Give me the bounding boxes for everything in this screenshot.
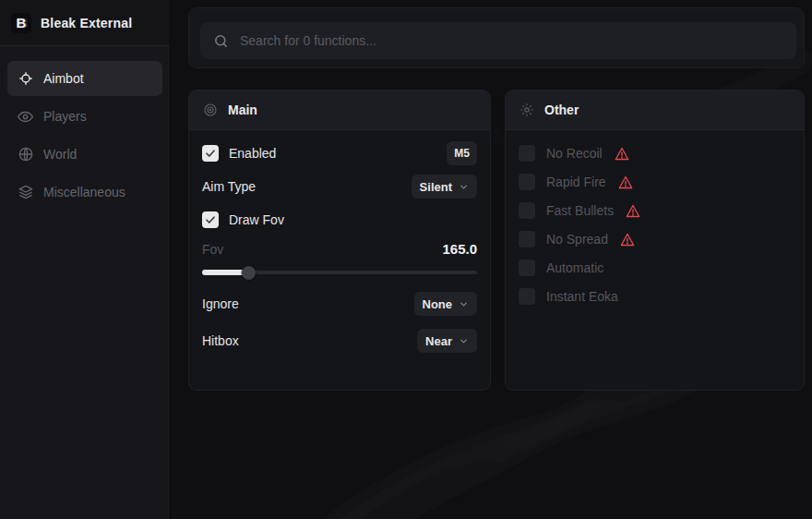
- instant-eoka-checkbox[interactable]: [519, 288, 535, 305]
- ignore-value: None: [423, 297, 453, 311]
- panel-other-body: No Recoil Rapid Fire Fast Bullets: [506, 130, 804, 324]
- sidebar-item-aimbot[interactable]: Aimbot: [7, 61, 162, 96]
- enabled-row: Enabled M5: [202, 141, 477, 165]
- keybind-button[interactable]: M5: [447, 141, 477, 165]
- hitbox-value: Near: [425, 334, 452, 348]
- ignore-label: Ignore: [202, 296, 239, 311]
- fov-row: Fov 165.0: [202, 241, 477, 257]
- fast-bullets-checkbox[interactable]: [519, 202, 535, 219]
- panels-row: Main Enabled M5 Aim Type Silent: [188, 90, 805, 391]
- sidebar-item-label: Players: [43, 109, 87, 124]
- check-icon: [205, 214, 216, 225]
- search-icon: [213, 33, 229, 49]
- warning-icon: [615, 147, 629, 161]
- automatic-label: Automatic: [546, 260, 603, 275]
- fov-slider[interactable]: [202, 266, 477, 279]
- aim-type-value: Silent: [420, 180, 452, 194]
- sidebar-item-label: World: [43, 147, 77, 162]
- fov-label: Fov: [202, 242, 223, 257]
- other-item-no-recoil: No Recoil: [519, 141, 791, 165]
- sidebar-header: B Bleak External: [0, 0, 170, 46]
- warning-icon: [618, 175, 633, 189]
- ignore-dropdown[interactable]: None: [414, 292, 478, 316]
- main-content: Main Enabled M5 Aim Type Silent: [171, 0, 812, 519]
- panel-other: Other No Recoil Rapid Fire: [505, 90, 805, 391]
- no-recoil-checkbox[interactable]: [519, 145, 535, 162]
- sidebar-item-world[interactable]: World: [7, 137, 162, 172]
- app-title: Bleak External: [41, 16, 132, 30]
- search-input[interactable]: [240, 33, 783, 48]
- ignore-row: Ignore None: [202, 292, 477, 316]
- fov-value: 165.0: [442, 241, 477, 257]
- other-item-no-spread: No Spread: [519, 227, 791, 251]
- sidebar-item-label: Aimbot: [43, 71, 84, 86]
- hitbox-label: Hitbox: [202, 333, 239, 348]
- fast-bullets-label: Fast Bullets: [546, 203, 614, 218]
- chevron-down-icon: [459, 336, 469, 346]
- aim-type-row: Aim Type Silent: [202, 175, 477, 199]
- rapid-fire-checkbox[interactable]: [519, 174, 535, 190]
- panel-title: Other: [544, 103, 579, 117]
- panel-main-header: Main: [189, 91, 490, 130]
- other-item-automatic: Automatic: [519, 256, 791, 280]
- no-recoil-label: No Recoil: [546, 146, 603, 161]
- eye-icon: [18, 109, 33, 125]
- slider-thumb[interactable]: [242, 266, 256, 280]
- sidebar-item-label: Miscellaneous: [43, 185, 125, 199]
- layers-icon: [18, 185, 33, 200]
- search-box[interactable]: [200, 22, 796, 59]
- hitbox-row: Hitbox Near: [202, 329, 477, 353]
- panel-title: Main: [228, 103, 257, 117]
- other-item-fast-bullets: Fast Bullets: [519, 199, 791, 223]
- panel-main: Main Enabled M5 Aim Type Silent: [188, 90, 491, 391]
- warning-icon: [620, 233, 635, 247]
- check-icon: [205, 148, 216, 159]
- logo-letter: B: [17, 15, 27, 30]
- target-icon: [203, 103, 218, 117]
- warning-icon: [626, 204, 640, 218]
- enabled-checkbox[interactable]: [202, 145, 219, 162]
- sidebar-item-miscellaneous[interactable]: Miscellaneous: [7, 175, 162, 210]
- other-item-rapid-fire: Rapid Fire: [519, 170, 791, 194]
- app-logo: B: [11, 13, 31, 33]
- no-spread-label: No Spread: [546, 232, 608, 247]
- instant-eoka-label: Instant Eoka: [546, 289, 618, 304]
- draw-fov-checkbox[interactable]: [202, 211, 219, 228]
- globe-icon: [18, 147, 33, 163]
- rapid-fire-label: Rapid Fire: [546, 175, 606, 189]
- chevron-down-icon: [459, 182, 469, 192]
- crosshair-icon: [18, 71, 33, 87]
- gear-icon: [519, 103, 534, 117]
- enabled-label: Enabled: [229, 146, 276, 161]
- no-spread-checkbox[interactable]: [519, 231, 535, 247]
- hitbox-dropdown[interactable]: Near: [417, 329, 477, 353]
- automatic-checkbox[interactable]: [519, 260, 535, 276]
- sidebar-item-players[interactable]: Players: [7, 99, 162, 134]
- other-item-instant-eoka: Instant Eoka: [519, 284, 791, 308]
- chevron-down-icon: [459, 299, 469, 309]
- draw-fov-label: Draw Fov: [229, 212, 284, 227]
- aim-type-label: Aim Type: [202, 179, 256, 194]
- panel-main-body: Enabled M5 Aim Type Silent: [189, 130, 490, 373]
- search-card: [188, 7, 805, 68]
- sidebar: B Bleak External Aimbot Players: [0, 0, 171, 519]
- aim-type-dropdown[interactable]: Silent: [412, 175, 477, 199]
- draw-fov-row: Draw Fov: [202, 208, 477, 232]
- panel-other-header: Other: [506, 91, 804, 130]
- sidebar-nav: Aimbot Players World Mi: [0, 46, 170, 224]
